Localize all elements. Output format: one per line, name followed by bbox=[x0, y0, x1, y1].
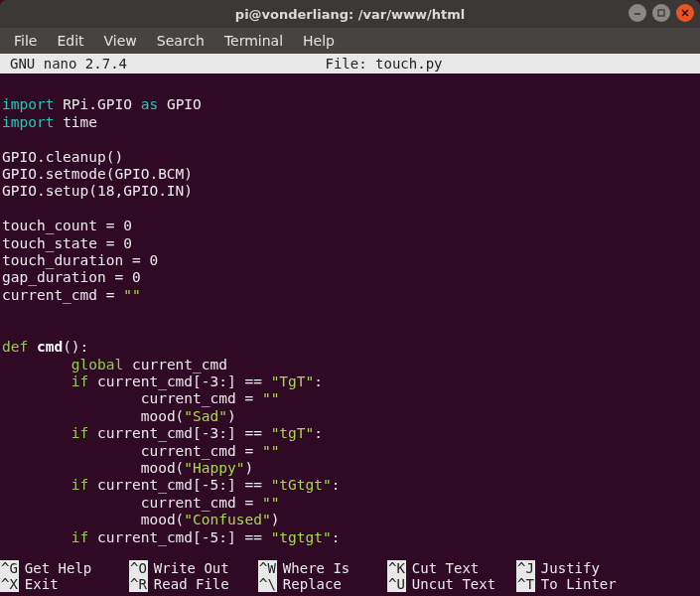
nano-header: GNU nano 2.7.4 File: touch.py bbox=[0, 54, 700, 74]
menu-terminal[interactable]: Terminal bbox=[214, 30, 293, 52]
footer-shortcut: ^WWhere Is bbox=[258, 560, 387, 576]
code-line bbox=[0, 322, 700, 339]
code-line: GPIO.cleanup() bbox=[0, 149, 700, 166]
menu-help[interactable]: Help bbox=[293, 30, 345, 52]
shortcut-label: Replace bbox=[283, 576, 342, 592]
titlebar: pi@vonderliang: /var/www/html bbox=[0, 0, 700, 28]
code-line: mood("Confused") bbox=[0, 512, 700, 528]
code-line: def cmd(): bbox=[0, 339, 700, 356]
close-button[interactable] bbox=[676, 4, 694, 22]
menu-file[interactable]: File bbox=[4, 30, 47, 52]
code-line: import time bbox=[0, 114, 700, 131]
shortcut-label: To Linter bbox=[541, 576, 617, 592]
code-line: if current_cmd[-3:] == "TgT": bbox=[0, 373, 700, 390]
shortcut-key: ^W bbox=[258, 560, 277, 576]
maximize-button[interactable] bbox=[652, 4, 670, 22]
code-line: current_cmd = "" bbox=[0, 495, 700, 512]
maximize-icon bbox=[657, 9, 665, 17]
shortcut-label: Cut Text bbox=[412, 560, 479, 576]
footer-row: ^XExit^RRead File^\Replace^UUncut Text^T… bbox=[0, 576, 700, 592]
nano-file-label: File: touch.py bbox=[68, 56, 700, 72]
footer-shortcut: ^KCut Text bbox=[387, 560, 516, 576]
code-line: mood("Sad") bbox=[0, 408, 700, 425]
shortcut-label: Exit bbox=[25, 576, 59, 592]
svg-rect-1 bbox=[658, 10, 664, 16]
footer-shortcut: ^\Replace bbox=[258, 576, 387, 592]
close-icon bbox=[681, 9, 689, 17]
menu-search[interactable]: Search bbox=[147, 30, 214, 52]
code-line bbox=[0, 79, 700, 96]
code-line: import RPi.GPIO as GPIO bbox=[0, 96, 700, 113]
minimize-icon bbox=[633, 9, 641, 17]
code-line: GPIO.setmode(GPIO.BCM) bbox=[0, 166, 700, 183]
footer-row: ^GGet Help^OWrite Out^WWhere Is^KCut Tex… bbox=[0, 560, 700, 576]
shortcut-label: Uncut Text bbox=[412, 576, 495, 592]
code-line: if current_cmd[-5:] == "tgtgt": bbox=[0, 529, 700, 546]
code-line: touch_count = 0 bbox=[0, 218, 700, 234]
shortcut-key: ^O bbox=[129, 560, 148, 576]
shortcut-label: Where Is bbox=[283, 560, 350, 576]
shortcut-key: ^X bbox=[0, 576, 19, 592]
code-line: current_cmd = "" bbox=[0, 390, 700, 407]
code-line: global current_cmd bbox=[0, 357, 700, 373]
footer-shortcut: ^GGet Help bbox=[0, 560, 129, 576]
shortcut-key: ^J bbox=[516, 560, 535, 576]
editor-area[interactable]: import RPi.GPIO as GPIOimport time GPIO.… bbox=[0, 74, 700, 560]
menu-edit[interactable]: Edit bbox=[47, 30, 93, 52]
minimize-button[interactable] bbox=[629, 4, 646, 22]
shortcut-label: Get Help bbox=[25, 560, 91, 576]
footer-shortcut: ^XExit bbox=[0, 576, 129, 592]
shortcut-key: ^G bbox=[0, 560, 19, 576]
shortcut-label: Read File bbox=[154, 576, 229, 592]
shortcut-label: Justify bbox=[541, 560, 600, 576]
code-line: current_cmd = "" bbox=[0, 287, 700, 304]
footer-shortcut: ^UUncut Text bbox=[387, 576, 516, 592]
shortcut-key: ^U bbox=[387, 576, 406, 592]
code-line bbox=[0, 131, 700, 148]
shortcut-key: ^\ bbox=[258, 576, 277, 592]
code-line bbox=[0, 201, 700, 218]
code-line: mood("Happy") bbox=[0, 460, 700, 477]
shortcut-key: ^R bbox=[129, 576, 148, 592]
window-controls bbox=[629, 4, 694, 22]
code-line: GPIO.setup(18,GPIO.IN) bbox=[0, 183, 700, 200]
shortcut-label: Write Out bbox=[154, 560, 229, 576]
menu-view[interactable]: View bbox=[94, 30, 147, 52]
shortcut-key: ^K bbox=[387, 560, 406, 576]
code-line: current_cmd = "" bbox=[0, 443, 700, 460]
footer-shortcut: ^OWrite Out bbox=[129, 560, 258, 576]
footer-shortcut: ^RRead File bbox=[129, 576, 258, 592]
code-line: if current_cmd[-5:] == "tGtgt": bbox=[0, 477, 700, 494]
window-title: pi@vonderliang: /var/www/html bbox=[0, 7, 700, 22]
code-line: touch_duration = 0 bbox=[0, 252, 700, 269]
footer-shortcut: ^TTo Linter bbox=[516, 576, 645, 592]
nano-footer: ^GGet Help^OWrite Out^WWhere Is^KCut Tex… bbox=[0, 560, 700, 596]
code-line bbox=[0, 304, 700, 321]
code-line: if current_cmd[-3:] == "tgT": bbox=[0, 425, 700, 442]
code-line: touch_state = 0 bbox=[0, 235, 700, 252]
shortcut-key: ^T bbox=[516, 576, 535, 592]
code-line: gap_duration = 0 bbox=[0, 269, 700, 286]
menubar: File Edit View Search Terminal Help bbox=[0, 28, 700, 54]
footer-shortcut: ^JJustify bbox=[516, 560, 645, 576]
terminal-window: pi@vonderliang: /var/www/html File Edit … bbox=[0, 0, 700, 596]
